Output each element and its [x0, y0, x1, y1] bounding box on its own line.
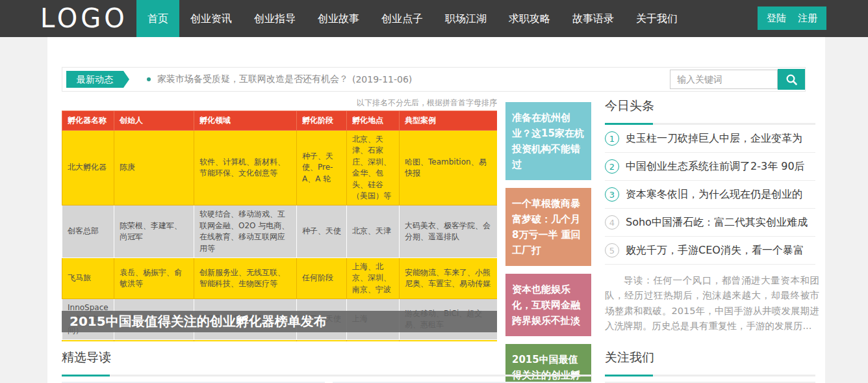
search-icon: [785, 73, 798, 86]
table-cell: 飞马旅: [62, 258, 114, 298]
headline-item[interactable]: 3资本寒冬依旧，为什么现在仍是创业的: [605, 181, 815, 209]
ticker-date: (2019-11-06): [352, 74, 412, 85]
section-rule: [605, 375, 815, 376]
section-rule: [62, 375, 592, 376]
featured-section: 精选导读: [62, 349, 592, 383]
table-cell: 种子、天使: [297, 205, 347, 258]
sidebar-card[interactable]: 准备在杭州创业？这15家在杭投资机构不能错过: [505, 102, 591, 180]
headline-text: 败光千万，手游CEO消失，看一个暴富: [626, 244, 804, 258]
ticker-headline[interactable]: 家装市场备受质疑，互联网改造是否还有机会？: [157, 73, 348, 85]
table-cell: 移动互联网、高新技术、节能环保、文化创意、智能硬件: [194, 340, 297, 341]
section-rule: [605, 123, 815, 125]
table-header-cell: 孵化地点: [347, 111, 400, 131]
rank-badge: 4: [605, 215, 619, 230]
news-ticker: 最新动态 家装市场备受质疑，互联网改造是否还有机会？ (2019-11-06): [62, 67, 806, 92]
table-cell: 软硬结合、移动游戏、互联网金融、O2O 与电商、在线教育、移动互联网应用等: [194, 205, 297, 258]
section-title-headlines: 今日头条: [605, 98, 815, 114]
headline-text: Soho中国潘石屹：富二代其实创业难成: [626, 216, 808, 230]
sidebar-cards: 准备在杭州创业？这15家在杭投资机构不能错过一个草根微商暴富梦破：几个月8万亏一…: [505, 102, 591, 383]
table-cell: 陈庚: [114, 131, 194, 205]
nav-item[interactable]: 创业点子: [370, 0, 434, 37]
search-button[interactable]: [778, 69, 805, 90]
headline-item[interactable]: 1史玉柱一刀砍掉巨人中层，企业变革为: [605, 125, 815, 153]
content-panel: 最新动态 家装市场备受质疑，互联网改造是否还有机会？ (2019-11-06) …: [47, 37, 825, 383]
table-cell: 北京: [347, 340, 400, 341]
nav-item[interactable]: 关于我们: [625, 0, 689, 37]
register-link[interactable]: 注册: [798, 12, 817, 25]
auth-box: 登陆 注册: [758, 7, 826, 30]
table-header-row: 孵化器名称创始人孵化领域孵化阶段孵化地点典型案例: [62, 111, 498, 131]
nav-item[interactable]: 求职攻略: [498, 0, 561, 37]
site-header: LOGO 首页创业资讯创业指导创业故事创业点子职场江湖求职攻略故事语录关于我们 …: [0, 0, 868, 37]
nav-item[interactable]: 首页: [136, 0, 179, 37]
table-row: 京西创业公社刘循序移动互联网、高新技术、节能环保、文化创意、智能硬件任何阶段北京…: [62, 340, 498, 341]
table-cell: 陈荣根、李建军、尚冠军: [114, 205, 194, 258]
table-header-cell: 孵化阶段: [297, 111, 347, 131]
table-row: 北大孵化器陈庚软件、计算机、新材料、节能环保、文化创意等种子、天使、Pre-A、…: [62, 131, 498, 205]
headline-item[interactable]: 4Soho中国潘石屹：富二代其实创业难成: [605, 209, 815, 237]
search-box: [670, 69, 805, 90]
incubator-table-image: 孵化器名称创始人孵化领域孵化阶段孵化地点典型案例 北大孵化器陈庚软件、计算机、新…: [62, 111, 497, 341]
login-link[interactable]: 登陆: [767, 12, 786, 25]
incubator-table: 孵化器名称创始人孵化领域孵化阶段孵化地点典型案例 北大孵化器陈庚软件、计算机、新…: [62, 111, 497, 341]
table-cell: 哈图、Teambition、易快报: [400, 131, 498, 205]
nav-item[interactable]: 创业故事: [307, 0, 370, 37]
table-cell: 趣活美食送、摩比万思、量化派: [400, 340, 498, 341]
dot-icon: [147, 77, 151, 81]
table-header-cell: 孵化领域: [194, 111, 297, 131]
table-cell: 软件、计算机、新材料、节能环保、文化创意等: [194, 131, 297, 205]
search-input[interactable]: [670, 70, 778, 89]
nav-item[interactable]: 创业指导: [243, 0, 307, 37]
sidebar-card[interactable]: 一个草根微商暴富梦破：几个月8万亏一半 重回工厂打: [505, 188, 591, 266]
main-nav: 首页创业资讯创业指导创业故事创业点子职场江湖求职攻略故事语录关于我们: [136, 0, 689, 37]
nav-item[interactable]: 故事语录: [561, 0, 625, 37]
site-logo[interactable]: LOGO: [40, 0, 128, 37]
table-row: 创客总部陈荣根、李建军、尚冠军软硬结合、移动游戏、互联网金融、O2O 与电商、在…: [62, 205, 498, 258]
rank-badge: 2: [605, 159, 619, 174]
section-title-follow: 关注我们: [605, 349, 815, 366]
table-row: 飞马旅袁岳、杨振宇、俞敏洪等创新服务业、无线互联、智能科技、生物医疗等任何阶段上…: [62, 258, 498, 298]
follow-section: 关注我们: [605, 349, 815, 383]
nav-item[interactable]: 职场江湖: [434, 0, 498, 37]
table-header-cell: 典型案例: [400, 111, 498, 131]
table-cell: 北京、天津: [347, 205, 400, 258]
headline-item[interactable]: 2中国创业生态系统往前调了2-3年 90后: [605, 153, 815, 181]
table-body: 北大孵化器陈庚软件、计算机、新材料、节能环保、文化创意等种子、天使、Pre-A、…: [62, 131, 498, 342]
table-header-cell: 创始人: [114, 111, 194, 131]
ticker-badge: 最新动态: [66, 71, 123, 88]
headline-item[interactable]: 5败光千万，手游CEO消失，看一个暴富: [605, 237, 815, 265]
sidebar-card[interactable]: 资本也能娱乐化，互联网金融跨界娱乐不扯淡: [505, 274, 591, 336]
table-cell: 安能物流、车来了、小熊尼奥、车置宝、易动传媒: [400, 258, 498, 298]
slider-caption[interactable]: 2015中国最值得关注的创业孵化器榜单发布: [62, 311, 497, 332]
table-cell: 创客总部: [62, 205, 114, 258]
table-cell: 任何阶段: [297, 340, 347, 341]
rank-badge: 5: [605, 243, 619, 258]
slider[interactable]: 以下排名不分先后，根据拼音首字母排序 孵化器名称创始人孵化领域孵化阶段孵化地点典…: [62, 98, 497, 341]
table-cell: 上海、北京、深圳、南京、宁波: [347, 258, 400, 298]
table-cell: 北大孵化器: [62, 131, 114, 205]
section-title-featured: 精选导读: [62, 349, 592, 366]
headlines-panel: 今日头条 1史玉柱一刀砍掉巨人中层，企业变革为2中国创业生态系统往前调了2-3年…: [605, 98, 815, 334]
table-cell: 京西创业公社: [62, 340, 114, 341]
table-cell: 任何阶段: [297, 258, 347, 298]
headline-text: 资本寒冬依旧，为什么现在仍是创业的: [626, 188, 802, 202]
table-cell: 刘循序: [114, 340, 194, 341]
headline-text: 史玉柱一刀砍掉巨人中层，企业变革为: [626, 132, 802, 146]
table-cell: 种子、天使、Pre-A、A 轮: [297, 131, 347, 205]
table-header-cell: 孵化器名称: [62, 111, 114, 131]
table-note: 以下排名不分先后，根据拼音首字母排序: [62, 98, 497, 111]
table-cell: 大码美衣、极客学院、会分期、遥遥排队: [400, 205, 498, 258]
rank-badge: 3: [605, 187, 619, 202]
table-cell: 创新服务业、无线互联、智能科技、生物医疗等: [194, 258, 297, 298]
rank-badge: 1: [605, 131, 619, 146]
table-cell: 北京、天津、石家庄、深圳、金华、包头、硅谷（美国）等: [347, 131, 400, 205]
headline-list: 1史玉柱一刀砍掉巨人中层，企业变革为2中国创业生态系统往前调了2-3年 90后3…: [605, 125, 815, 265]
nav-item[interactable]: 创业资讯: [179, 0, 243, 37]
headline-text: 中国创业生态系统往前调了2-3年 90后: [626, 160, 805, 174]
table-cell: 袁岳、杨振宇、俞敏洪等: [114, 258, 194, 298]
digest-text[interactable]: 导读：任何一个风口，都曾涌进大量资本和团队，经历过狂热期后，泡沫越来越大，却最终…: [605, 273, 819, 334]
